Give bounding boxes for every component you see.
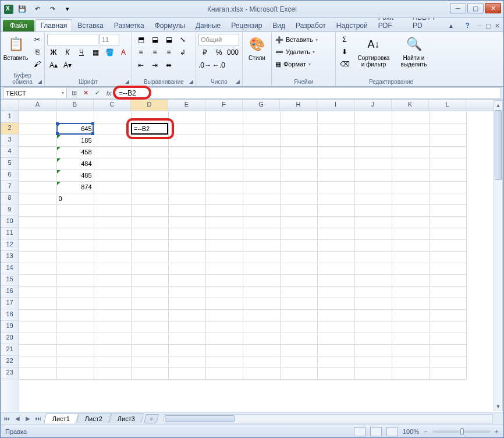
row-header-7[interactable]: 7 bbox=[1, 181, 19, 193]
cell[interactable] bbox=[429, 111, 466, 123]
cell[interactable] bbox=[94, 274, 131, 286]
clipboard-dialog-launcher[interactable]: ◢ bbox=[36, 78, 43, 85]
cell[interactable] bbox=[317, 228, 354, 239]
cell[interactable]: 458 bbox=[56, 146, 94, 158]
cell[interactable] bbox=[168, 181, 205, 193]
cell[interactable] bbox=[131, 239, 168, 251]
row-header-1[interactable]: 1 bbox=[1, 111, 19, 123]
cell[interactable] bbox=[392, 309, 429, 321]
cell[interactable] bbox=[56, 368, 94, 379]
row-header-15[interactable]: 15 bbox=[1, 274, 19, 286]
cell[interactable] bbox=[168, 333, 205, 344]
cell[interactable] bbox=[354, 216, 392, 228]
cell[interactable] bbox=[317, 123, 354, 135]
tab-addins[interactable]: Надстрой bbox=[331, 19, 373, 31]
cell[interactable] bbox=[429, 123, 466, 135]
row-header-18[interactable]: 18 bbox=[1, 309, 19, 321]
cell[interactable] bbox=[354, 169, 392, 181]
cell[interactable] bbox=[392, 321, 429, 333]
cell[interactable] bbox=[205, 204, 243, 216]
cell[interactable] bbox=[392, 344, 429, 356]
row-header-14[interactable]: 14 bbox=[1, 263, 19, 274]
cell[interactable] bbox=[317, 158, 354, 169]
cell[interactable] bbox=[354, 251, 392, 263]
cell[interactable] bbox=[168, 216, 205, 228]
cell[interactable] bbox=[205, 181, 243, 193]
cell[interactable] bbox=[317, 309, 354, 321]
cell[interactable] bbox=[131, 216, 168, 228]
cell[interactable] bbox=[354, 193, 392, 204]
cell[interactable] bbox=[205, 298, 243, 309]
row-header-2[interactable]: 2 bbox=[1, 123, 19, 135]
cell[interactable] bbox=[168, 286, 205, 298]
cell[interactable] bbox=[205, 368, 243, 379]
cell[interactable] bbox=[19, 146, 56, 158]
cell[interactable] bbox=[429, 263, 466, 274]
cell[interactable] bbox=[280, 321, 317, 333]
cell[interactable] bbox=[19, 123, 56, 135]
cell[interactable] bbox=[354, 309, 392, 321]
maximize-button[interactable]: ▢ bbox=[467, 3, 484, 13]
cell[interactable] bbox=[280, 344, 317, 356]
cell[interactable] bbox=[243, 193, 280, 204]
col-header-d[interactable]: D bbox=[131, 100, 168, 111]
cell[interactable] bbox=[19, 263, 56, 274]
cell[interactable] bbox=[429, 146, 466, 158]
cell[interactable] bbox=[168, 146, 205, 158]
cell[interactable]: 0 bbox=[56, 193, 94, 204]
cell[interactable] bbox=[243, 356, 280, 368]
cell[interactable]: 874 bbox=[56, 181, 94, 193]
cell[interactable] bbox=[429, 309, 466, 321]
cell[interactable] bbox=[392, 135, 429, 146]
increase-font-button[interactable]: A▴ bbox=[47, 59, 60, 71]
cell[interactable] bbox=[354, 333, 392, 344]
cell[interactable] bbox=[131, 321, 168, 333]
cell[interactable] bbox=[56, 251, 94, 263]
row-header-10[interactable]: 10 bbox=[1, 216, 19, 228]
range-select-icon[interactable]: ⊞ bbox=[69, 89, 79, 98]
cell[interactable] bbox=[280, 181, 317, 193]
cell[interactable] bbox=[94, 204, 131, 216]
minimize-ribbon-button[interactable]: ▴ bbox=[445, 20, 457, 31]
cell[interactable] bbox=[205, 274, 243, 286]
cell[interactable] bbox=[280, 368, 317, 379]
cell[interactable] bbox=[243, 321, 280, 333]
cell[interactable] bbox=[94, 239, 131, 251]
cell[interactable] bbox=[168, 135, 205, 146]
sheet-tab-3[interactable]: Лист3 bbox=[109, 414, 144, 423]
cell[interactable] bbox=[94, 356, 131, 368]
col-header-i[interactable]: I bbox=[317, 100, 354, 111]
align-top-button[interactable]: ⬒ bbox=[134, 34, 147, 45]
cell[interactable] bbox=[94, 146, 131, 158]
cell[interactable] bbox=[94, 111, 131, 123]
cell[interactable] bbox=[168, 368, 205, 379]
cell[interactable] bbox=[205, 135, 243, 146]
cell[interactable] bbox=[94, 193, 131, 204]
cell[interactable] bbox=[429, 298, 466, 309]
cell[interactable] bbox=[429, 239, 466, 251]
cell[interactable] bbox=[280, 239, 317, 251]
cell[interactable] bbox=[354, 158, 392, 169]
cancel-formula-button[interactable]: ✕ bbox=[80, 89, 91, 98]
cell[interactable] bbox=[243, 228, 280, 239]
cell[interactable] bbox=[280, 216, 317, 228]
cell[interactable] bbox=[19, 135, 56, 146]
cell[interactable] bbox=[354, 344, 392, 356]
cell[interactable] bbox=[392, 298, 429, 309]
align-left-button[interactable]: ≡ bbox=[134, 47, 147, 58]
cell[interactable] bbox=[243, 368, 280, 379]
number-dialog-launcher[interactable]: ◢ bbox=[234, 78, 241, 85]
row-header-22[interactable]: 22 bbox=[1, 356, 19, 368]
tab-formulas[interactable]: Формулы bbox=[150, 19, 190, 31]
cell[interactable] bbox=[317, 298, 354, 309]
cell[interactable] bbox=[280, 286, 317, 298]
bold-button[interactable]: Ж bbox=[47, 47, 60, 58]
vertical-scrollbar[interactable]: ▲ ▼ bbox=[494, 100, 503, 411]
zoom-slider[interactable] bbox=[432, 430, 491, 433]
cell[interactable] bbox=[392, 146, 429, 158]
sheet-nav-first[interactable]: ⏮ bbox=[2, 414, 12, 424]
tab-layout[interactable]: Разметка bbox=[109, 19, 150, 31]
cell[interactable] bbox=[168, 193, 205, 204]
cell[interactable] bbox=[94, 321, 131, 333]
cell[interactable] bbox=[19, 356, 56, 368]
